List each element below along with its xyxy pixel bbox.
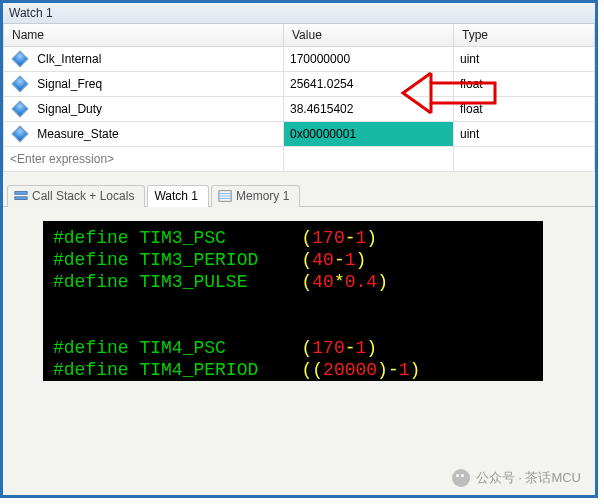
num: 40: [312, 272, 334, 292]
paren: ): [410, 360, 421, 380]
wechat-icon: [452, 469, 470, 487]
num: 20000: [323, 360, 377, 380]
header-row: Name Value Type: [4, 24, 595, 47]
window-title: Watch 1: [3, 3, 595, 24]
tab-label: Call Stack + Locals: [32, 189, 134, 203]
callstack-icon: [14, 189, 28, 203]
table-row[interactable]: Measure_State 0x00000001 uint: [4, 122, 595, 147]
id: TIM3_PERIOD: [139, 250, 258, 270]
var-name: Measure_State: [37, 127, 118, 141]
id: TIM4_PSC: [139, 338, 225, 358]
op: -: [345, 228, 356, 248]
paren: ((: [301, 360, 323, 380]
paren: (: [301, 250, 312, 270]
id: TIM3_PULSE: [139, 272, 247, 292]
empty-cell: [284, 147, 454, 172]
svg-rect-3: [15, 197, 27, 200]
tab-label: Watch 1: [154, 189, 198, 203]
kw: #define: [53, 272, 129, 292]
footer-credit: 公众号 · 茶话MCU: [452, 469, 581, 487]
cell-type: float: [454, 72, 595, 97]
paren: (: [301, 228, 312, 248]
cell-name: Measure_State: [4, 122, 284, 147]
num: 170: [312, 228, 344, 248]
tab-memory1[interactable]: Memory 1: [211, 185, 300, 207]
cell-value[interactable]: 0x00000001: [284, 122, 454, 147]
table-row[interactable]: Clk_Internal 170000000 uint: [4, 47, 595, 72]
empty-cell: [454, 147, 595, 172]
svg-rect-2: [15, 192, 27, 195]
kw: #define: [53, 360, 129, 380]
paren: ): [377, 272, 388, 292]
variable-icon: [12, 126, 29, 143]
table-row[interactable]: Signal_Duty 38.4615402 float: [4, 97, 595, 122]
cell-type: float: [454, 97, 595, 122]
table-row[interactable]: Signal_Freq 25641.0254 float: [4, 72, 595, 97]
id: TIM4_PERIOD: [139, 360, 258, 380]
enter-expression[interactable]: <Enter expression>: [4, 147, 284, 172]
var-name: Signal_Duty: [37, 102, 102, 116]
cell-name: Signal_Freq: [4, 72, 284, 97]
num: 1: [356, 228, 367, 248]
paren: (: [301, 272, 312, 292]
id: TIM3_PSC: [139, 228, 225, 248]
col-type[interactable]: Type: [454, 24, 595, 47]
op: -: [345, 338, 356, 358]
watch-panel: Name Value Type Clk_Internal 170000000 u…: [3, 24, 595, 172]
op: -: [388, 360, 399, 380]
variable-icon: [12, 51, 29, 68]
cell-type: uint: [454, 122, 595, 147]
cell-value[interactable]: 25641.0254: [284, 72, 454, 97]
kw: #define: [53, 250, 129, 270]
num: 1: [399, 360, 410, 380]
col-name[interactable]: Name: [4, 24, 284, 47]
paren: (: [301, 338, 312, 358]
watch-table: Name Value Type Clk_Internal 170000000 u…: [3, 24, 595, 172]
variable-icon: [12, 76, 29, 93]
cell-value[interactable]: 38.4615402: [284, 97, 454, 122]
paren: ): [377, 360, 388, 380]
paren: ): [356, 250, 367, 270]
memory-icon: [218, 189, 232, 203]
enter-expression-row[interactable]: <Enter expression>: [4, 147, 595, 172]
num: 0.4: [345, 272, 377, 292]
var-name: Signal_Freq: [37, 77, 102, 91]
num: 40: [312, 250, 334, 270]
cell-name: Signal_Duty: [4, 97, 284, 122]
variable-icon: [12, 101, 29, 118]
num: 170: [312, 338, 344, 358]
tab-label: Memory 1: [236, 189, 289, 203]
cell-value[interactable]: 170000000: [284, 47, 454, 72]
paren: ): [366, 338, 377, 358]
num: 1: [345, 250, 356, 270]
kw: #define: [53, 228, 129, 248]
footer-text: 公众号 · 茶话MCU: [476, 469, 581, 487]
col-value[interactable]: Value: [284, 24, 454, 47]
num: 1: [356, 338, 367, 358]
tab-bar: Call Stack + Locals Watch 1 Memory 1: [3, 172, 595, 207]
kw: #define: [53, 338, 129, 358]
code-panel: #define TIM3_PSC (170-1) #define TIM3_PE…: [3, 207, 595, 381]
cell-type: uint: [454, 47, 595, 72]
op: *: [334, 272, 345, 292]
code-block: #define TIM3_PSC (170-1) #define TIM3_PE…: [43, 221, 543, 381]
var-name: Clk_Internal: [37, 52, 101, 66]
cell-name: Clk_Internal: [4, 47, 284, 72]
op: -: [334, 250, 345, 270]
paren: ): [366, 228, 377, 248]
tab-watch1[interactable]: Watch 1: [147, 185, 209, 207]
tab-callstack[interactable]: Call Stack + Locals: [7, 185, 145, 207]
